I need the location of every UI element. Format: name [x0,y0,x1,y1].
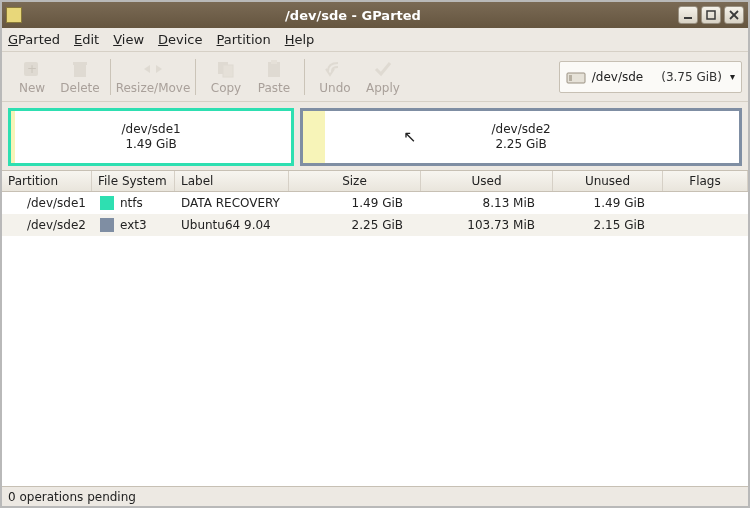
undo-label: Undo [319,81,350,95]
separator [304,59,305,95]
apply-label: Apply [366,81,400,95]
graph-part1-size: 1.49 GiB [122,137,181,152]
resize-button[interactable]: Resize/Move [117,56,189,98]
svg-rect-13 [569,75,572,81]
new-icon: + [21,59,43,79]
cell-label: Ubuntu64 9.04 [175,218,289,232]
menu-device[interactable]: Device [158,32,202,47]
mouse-cursor-icon: ↖ [403,127,416,146]
cell-partition: /dev/sde1 [2,196,92,210]
toolbar: + New Delete Resize/Move Copy Paste Undo [2,52,748,102]
delete-icon [69,59,91,79]
resize-label: Resize/Move [116,81,191,95]
used-fill [11,111,15,163]
disk-icon [566,69,586,85]
svg-rect-1 [707,11,715,19]
cell-unused: 2.15 GiB [553,218,663,232]
delete-label: Delete [60,81,99,95]
device-size: (3.75 GiB) [661,70,722,84]
graph-part1-name: /dev/sde1 [122,122,181,137]
fs-color-swatch [100,218,114,232]
separator [195,59,196,95]
cell-partition: /dev/sde2 [2,218,92,232]
new-label: New [19,81,45,95]
menu-partition[interactable]: Partition [217,32,271,47]
cell-size: 1.49 GiB [289,196,421,210]
col-filesystem[interactable]: File System [92,171,175,191]
col-unused[interactable]: Unused [553,171,663,191]
menu-gparted[interactable]: GParted [8,32,60,47]
apply-icon [372,59,394,79]
cell-size: 2.25 GiB [289,218,421,232]
col-partition[interactable]: Partition [2,171,92,191]
apply-button[interactable]: Apply [359,56,407,98]
paste-icon [263,59,285,79]
table-row[interactable]: /dev/sde1 ntfs DATA RECOVERY 1.49 GiB 8.… [2,192,748,214]
device-path: /dev/sde [592,70,643,84]
device-selector[interactable]: /dev/sde (3.75 GiB) ▾ [559,61,742,93]
titlebar[interactable]: /dev/sde - GParted [2,2,748,28]
statusbar: 0 operations pending [2,486,748,506]
cell-label: DATA RECOVERY [175,196,289,210]
close-button[interactable] [724,6,744,24]
graph-partition-2[interactable]: ↖ /dev/sde2 2.25 GiB [300,108,742,166]
svg-rect-9 [223,65,233,77]
status-text: 0 operations pending [8,490,136,504]
graph-part2-name: /dev/sde2 [492,122,551,137]
paste-label: Paste [258,81,290,95]
menu-view[interactable]: View [113,32,144,47]
undo-button[interactable]: Undo [311,56,359,98]
graph-part2-size: 2.25 GiB [492,137,551,152]
menu-help[interactable]: Help [285,32,315,47]
svg-text:+: + [27,62,37,76]
chevron-down-icon: ▾ [730,71,735,82]
svg-rect-7 [73,62,87,65]
svg-rect-10 [268,62,280,77]
menu-edit[interactable]: Edit [74,32,99,47]
resize-icon [142,59,164,79]
undo-icon [324,59,346,79]
new-button[interactable]: + New [8,56,56,98]
col-flags[interactable]: Flags [663,171,748,191]
cell-used: 8.13 MiB [421,196,553,210]
cell-unused: 1.49 GiB [553,196,663,210]
separator [110,59,111,95]
fs-name: ext3 [120,218,147,232]
cell-filesystem: ntfs [92,196,175,210]
copy-label: Copy [211,81,241,95]
window-title: /dev/sde - GParted [28,8,678,23]
table-header: Partition File System Label Size Used Un… [2,170,748,192]
maximize-button[interactable] [701,6,721,24]
col-used[interactable]: Used [421,171,553,191]
window-controls [678,6,744,24]
copy-icon [215,59,237,79]
svg-rect-11 [271,60,277,64]
delete-button[interactable]: Delete [56,56,104,98]
cell-filesystem: ext3 [92,218,175,232]
minimize-button[interactable] [678,6,698,24]
app-icon [6,7,22,23]
cell-used: 103.73 MiB [421,218,553,232]
partition-table: /dev/sde1 ntfs DATA RECOVERY 1.49 GiB 8.… [2,192,748,486]
menubar: GParted Edit View Device Partition Help [2,28,748,52]
graph-partition-1[interactable]: /dev/sde1 1.49 GiB [8,108,294,166]
col-size[interactable]: Size [289,171,421,191]
fs-name: ntfs [120,196,143,210]
partition-graph: /dev/sde1 1.49 GiB ↖ /dev/sde2 2.25 GiB [2,102,748,170]
copy-button[interactable]: Copy [202,56,250,98]
paste-button[interactable]: Paste [250,56,298,98]
svg-rect-6 [74,65,86,77]
app-window: /dev/sde - GParted GParted Edit View Dev… [0,0,750,508]
col-label[interactable]: Label [175,171,289,191]
table-row[interactable]: /dev/sde2 ext3 Ubuntu64 9.04 2.25 GiB 10… [2,214,748,236]
used-fill [303,111,325,163]
fs-color-swatch [100,196,114,210]
